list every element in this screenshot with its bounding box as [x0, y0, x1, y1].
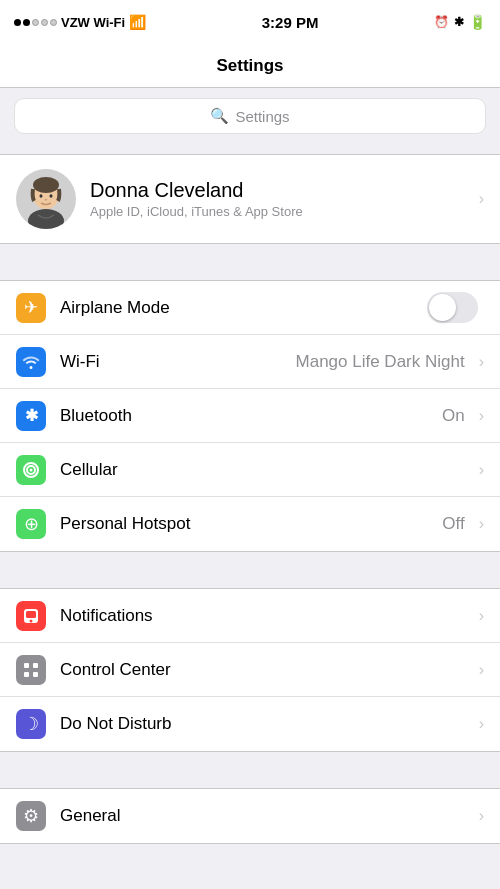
signal-dot-4 [41, 19, 48, 26]
control-center-chevron-icon: › [479, 661, 484, 679]
notifications-icon [16, 601, 46, 631]
notifications-chevron-icon: › [479, 607, 484, 625]
general-row[interactable]: ⚙ General › [0, 789, 500, 843]
profile-subtitle: Apple ID, iCloud, iTunes & App Store [90, 204, 471, 219]
toggle-knob [429, 294, 456, 321]
divider-1 [0, 244, 500, 280]
profile-chevron-icon: › [479, 190, 484, 208]
bluetooth-icon: ✱ [16, 401, 46, 431]
general-icon: ⚙ [16, 801, 46, 831]
signal-dot-5 [50, 19, 57, 26]
divider-2 [0, 552, 500, 588]
svg-point-8 [30, 468, 33, 471]
svg-rect-10 [26, 611, 36, 618]
svg-point-3 [33, 177, 59, 193]
control-center-icon [16, 655, 46, 685]
wifi-value: Mango Life Dark Night [296, 352, 465, 372]
divider-top [0, 144, 500, 154]
wifi-icon: 📶 [129, 14, 146, 30]
cellular-icon [16, 455, 46, 485]
divider-3 [0, 752, 500, 788]
avatar [16, 169, 76, 229]
profile-name: Donna Cleveland [90, 179, 471, 202]
wifi-chevron-icon: › [479, 353, 484, 371]
system-section: Notifications › Control Center › ☽ Do No… [0, 588, 500, 752]
connectivity-section: ✈ Airplane Mode Wi-Fi Mango Life Dark Ni… [0, 280, 500, 552]
general-section: ⚙ General › [0, 788, 500, 844]
control-center-label: Control Center [60, 660, 471, 680]
signal-dot-2 [23, 19, 30, 26]
do-not-disturb-icon: ☽ [16, 709, 46, 739]
status-right: ⏰ ✱ 🔋 [434, 14, 486, 30]
status-bar: VZW Wi-Fi 📶 3:29 PM ⏰ ✱ 🔋 [0, 0, 500, 44]
notifications-row[interactable]: Notifications › [0, 589, 500, 643]
general-label: General [60, 806, 471, 826]
airplane-mode-label: Airplane Mode [60, 298, 427, 318]
status-left: VZW Wi-Fi 📶 [14, 14, 146, 30]
airplane-mode-icon: ✈ [16, 293, 46, 323]
personal-hotspot-icon: ⊕ [16, 509, 46, 539]
personal-hotspot-value: Off [442, 514, 464, 534]
personal-hotspot-label: Personal Hotspot [60, 514, 442, 534]
alarm-icon: ⏰ [434, 15, 449, 29]
airplane-mode-row[interactable]: ✈ Airplane Mode [0, 281, 500, 335]
svg-point-5 [50, 194, 53, 198]
svg-point-4 [40, 194, 43, 198]
bluetooth-label: Bluetooth [60, 406, 442, 426]
control-center-row[interactable]: Control Center › [0, 643, 500, 697]
profile-info: Donna Cleveland Apple ID, iCloud, iTunes… [90, 179, 471, 219]
wifi-settings-icon [16, 347, 46, 377]
do-not-disturb-chevron-icon: › [479, 715, 484, 733]
battery-icon: 🔋 [469, 14, 486, 30]
navigation-bar: Settings [0, 44, 500, 88]
bluetooth-chevron-icon: › [479, 407, 484, 425]
search-container: 🔍 Settings [0, 88, 500, 144]
signal-dot-3 [32, 19, 39, 26]
cellular-label: Cellular [60, 460, 471, 480]
bluetooth-status-icon: ✱ [454, 15, 464, 29]
status-time: 3:29 PM [262, 14, 319, 31]
wifi-row[interactable]: Wi-Fi Mango Life Dark Night › [0, 335, 500, 389]
svg-rect-13 [33, 663, 38, 668]
signal-dot-1 [14, 19, 21, 26]
search-bar[interactable]: 🔍 Settings [14, 98, 486, 134]
do-not-disturb-label: Do Not Disturb [60, 714, 471, 734]
svg-rect-15 [33, 672, 38, 677]
personal-hotspot-chevron-icon: › [479, 515, 484, 533]
signal-dots [14, 19, 57, 26]
cellular-row[interactable]: Cellular › [0, 443, 500, 497]
avatar-image [16, 169, 76, 229]
search-icon: 🔍 [210, 107, 229, 125]
personal-hotspot-row[interactable]: ⊕ Personal Hotspot Off › [0, 497, 500, 551]
airplane-mode-toggle[interactable] [427, 292, 478, 323]
page-title: Settings [216, 56, 283, 76]
bluetooth-value: On [442, 406, 465, 426]
do-not-disturb-row[interactable]: ☽ Do Not Disturb › [0, 697, 500, 751]
carrier-label: VZW Wi-Fi [61, 15, 125, 30]
wifi-label: Wi-Fi [60, 352, 296, 372]
bluetooth-row[interactable]: ✱ Bluetooth On › [0, 389, 500, 443]
general-chevron-icon: › [479, 807, 484, 825]
cellular-chevron-icon: › [479, 461, 484, 479]
svg-rect-12 [24, 663, 29, 668]
svg-point-11 [30, 619, 33, 622]
svg-rect-14 [24, 672, 29, 677]
notifications-label: Notifications [60, 606, 471, 626]
profile-row[interactable]: Donna Cleveland Apple ID, iCloud, iTunes… [0, 154, 500, 244]
search-input[interactable]: Settings [235, 108, 289, 125]
